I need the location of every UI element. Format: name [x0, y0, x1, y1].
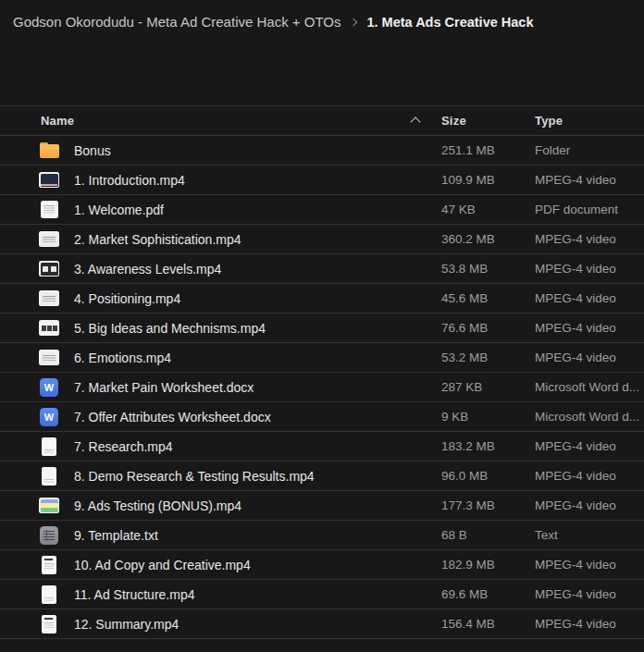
file-size: 76.6 MB: [441, 321, 535, 335]
column-header-name[interactable]: Name: [41, 114, 412, 128]
column-header-type[interactable]: Type: [535, 114, 644, 128]
document-thumbnail-icon: [42, 556, 56, 574]
file-name: 7. Market Pain Worksheet.docx: [74, 380, 441, 395]
file-name: 9. Ads Testing (BONUS).mp4: [74, 498, 441, 513]
file-size: 47 KB: [441, 203, 535, 216]
file-type: MPEG-4 video: [535, 232, 644, 246]
file-row[interactable]: 11. Ad Structure.mp4 69.6 MB MPEG-4 vide…: [0, 580, 644, 609]
file-size: 251.1 MB: [441, 143, 535, 157]
file-size: 156.4 MB: [441, 617, 535, 631]
file-list-header: Name Size Type: [0, 105, 644, 136]
file-type: Microsoft Word d...: [535, 380, 644, 394]
file-size: 96.0 MB: [441, 469, 535, 483]
word-document-icon: [40, 378, 58, 397]
file-type: Folder: [535, 143, 644, 157]
breadcrumb-current-folder: 1. Meta Ads Creative Hack: [366, 15, 533, 30]
file-type: MPEG-4 video: [535, 262, 644, 276]
file-name: 1. Welcome.pdf: [74, 203, 441, 217]
file-name: 9. Template.txt: [74, 528, 441, 543]
file-type: MPEG-4 video: [535, 351, 644, 364]
file-size: 9 KB: [441, 410, 535, 424]
file-type: Microsoft Word d...: [535, 410, 644, 424]
file-size: 177.3 MB: [441, 498, 535, 512]
file-row[interactable]: 2. Market Sophistication.mp4 360.2 MB MP…: [0, 225, 644, 254]
file-type: MPEG-4 video: [535, 173, 644, 187]
file-size: 45.6 MB: [441, 291, 535, 305]
document-thumbnail-icon: [42, 585, 56, 604]
column-header-size[interactable]: Size: [441, 114, 535, 128]
folder-icon: [40, 142, 59, 158]
file-name: Bonus: [74, 143, 441, 158]
pdf-document-icon: [41, 201, 58, 218]
file-row[interactable]: 1. Welcome.pdf 47 KB PDF document: [0, 195, 644, 225]
file-name: 2. Market Sophistication.mp4: [74, 232, 441, 247]
file-name: 1. Introduction.mp4: [74, 173, 441, 188]
file-row[interactable]: 8. Demo Research & Testing Results.mp4 9…: [0, 461, 644, 491]
file-size: 53.2 MB: [441, 351, 535, 364]
file-row[interactable]: 7. Offer Attributes Worksheet.docx 9 KB …: [0, 402, 644, 432]
file-name: 11. Ad Structure.mp4: [74, 587, 441, 602]
document-thumbnail-icon: [42, 437, 56, 456]
file-row[interactable]: 9. Template.txt 68 B Text: [0, 521, 644, 550]
word-document-icon: [40, 408, 58, 426]
file-row[interactable]: 5. Big Ideas and Mechnisms.mp4 76.6 MB M…: [0, 314, 644, 343]
file-type: MPEG-4 video: [535, 498, 644, 512]
video-thumbnail-icon: [39, 172, 59, 188]
text-file-icon: [40, 526, 58, 545]
document-thumbnail-icon: [42, 467, 56, 486]
video-thumbnail-icon: [39, 231, 59, 247]
file-name: 3. Awareness Levels.mp4: [74, 262, 441, 277]
document-thumbnail-icon: [42, 615, 56, 634]
file-type: MPEG-4 video: [535, 439, 644, 453]
file-size: 360.2 MB: [441, 232, 535, 246]
file-name: 6. Emotions.mp4: [74, 351, 441, 365]
video-thumbnail-icon: [39, 290, 59, 306]
file-size: 287 KB: [441, 380, 535, 394]
file-name: 8. Demo Research & Testing Results.mp4: [74, 469, 441, 484]
file-name: 7. Research.mp4: [74, 439, 441, 454]
file-row[interactable]: 1. Introduction.mp4 109.9 MB MPEG-4 vide…: [0, 166, 644, 195]
file-row[interactable]: 12. Summary.mp4 156.4 MB MPEG-4 video: [0, 609, 644, 639]
video-thumbnail-icon: [39, 261, 59, 277]
file-row[interactable]: 7. Research.mp4 183.2 MB MPEG-4 video: [0, 432, 644, 461]
breadcrumb: Godson Okorodudu - Meta Ad Creative Hack…: [13, 14, 533, 30]
breadcrumb-parent-folder[interactable]: Godson Okorodudu - Meta Ad Creative Hack…: [13, 14, 341, 30]
sort-ascending-icon[interactable]: [410, 117, 420, 127]
file-name: 5. Big Ideas and Mechnisms.mp4: [74, 321, 441, 336]
file-row[interactable]: 7. Market Pain Worksheet.docx 287 KB Mic…: [0, 373, 644, 402]
file-type: MPEG-4 video: [535, 587, 644, 601]
file-list: Bonus 251.1 MB Folder 1. Introduction.mp…: [0, 136, 644, 639]
file-row[interactable]: 9. Ads Testing (BONUS).mp4 177.3 MB MPEG…: [0, 491, 644, 521]
file-type: Text: [535, 528, 644, 542]
file-type: MPEG-4 video: [535, 469, 644, 483]
file-name: 7. Offer Attributes Worksheet.docx: [74, 410, 441, 424]
file-size: 53.8 MB: [441, 262, 535, 276]
video-thumbnail-icon: [39, 498, 59, 513]
video-thumbnail-icon: [39, 350, 59, 365]
file-row[interactable]: 6. Emotions.mp4 53.2 MB MPEG-4 video: [0, 343, 644, 373]
file-row[interactable]: 3. Awareness Levels.mp4 53.8 MB MPEG-4 v…: [0, 254, 644, 284]
file-size: 183.2 MB: [441, 439, 535, 453]
file-size: 69.6 MB: [441, 587, 535, 601]
file-name: 4. Positioning.mp4: [74, 291, 441, 306]
file-type: MPEG-4 video: [535, 321, 644, 335]
file-size: 109.9 MB: [441, 173, 535, 187]
file-type: MPEG-4 video: [535, 617, 644, 631]
file-type: MPEG-4 video: [535, 291, 644, 305]
file-size: 182.9 MB: [441, 558, 535, 572]
file-type: MPEG-4 video: [535, 558, 644, 572]
file-name: 12. Summary.mp4: [74, 617, 441, 632]
file-name: 10. Ad Copy and Creative.mp4: [74, 558, 441, 572]
chevron-right-icon: [350, 18, 357, 26]
file-row[interactable]: 10. Ad Copy and Creative.mp4 182.9 MB MP…: [0, 550, 644, 580]
video-thumbnail-icon: [39, 320, 59, 336]
file-size: 68 B: [441, 528, 535, 542]
file-row[interactable]: Bonus 251.1 MB Folder: [0, 136, 644, 166]
file-row[interactable]: 4. Positioning.mp4 45.6 MB MPEG-4 video: [0, 284, 644, 314]
file-type: PDF document: [535, 203, 644, 216]
